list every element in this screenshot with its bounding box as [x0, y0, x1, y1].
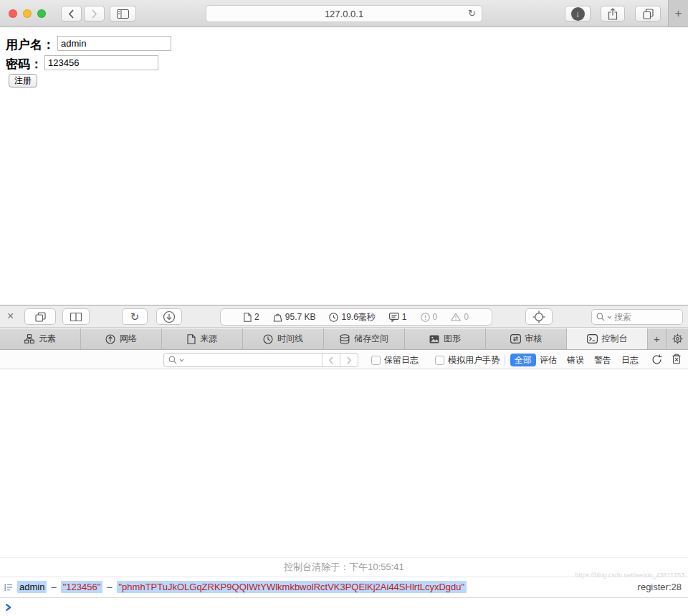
log-username: admin: [17, 581, 47, 593]
sidebar-toggle-button[interactable]: [110, 6, 136, 22]
scope-warnings[interactable]: 警告: [594, 354, 611, 366]
tab-graphics[interactable]: 图形: [405, 328, 486, 349]
inspector-settings-button[interactable]: [666, 328, 688, 349]
scope-all[interactable]: 全部: [510, 354, 536, 366]
password-label: 密码：: [6, 56, 42, 72]
share-button[interactable]: [601, 6, 625, 22]
safari-window: 127.0.0.1 ↻ ↓ + 用户名： 密码：: [0, 0, 688, 616]
browser-toolbar: 127.0.0.1 ↻ ↓ +: [0, 0, 688, 27]
console-icon: [587, 334, 598, 343]
tab-elements[interactable]: 元素: [0, 328, 81, 349]
scope-evaluations[interactable]: 评估: [540, 354, 557, 366]
console-search-input[interactable]: [186, 355, 317, 365]
tab-sources[interactable]: 来源: [162, 328, 243, 349]
preserve-log-checkbox[interactable]: [371, 356, 381, 365]
log-separator: –: [107, 582, 112, 592]
search-icon: [168, 356, 177, 364]
inspector-search-input[interactable]: [614, 312, 672, 322]
username-label: 用户名：: [6, 37, 54, 53]
chevron-down-icon: [607, 316, 612, 319]
console-prompt-input[interactable]: [16, 598, 688, 616]
export-button[interactable]: [156, 308, 182, 325]
log-icon: [4, 583, 13, 592]
speech-bubble-icon: [389, 313, 399, 322]
stat-warnings[interactable]: 0: [451, 312, 469, 322]
inspector-close-icon[interactable]: ×: [7, 309, 14, 323]
emulate-user-gesture-checkbox[interactable]: [435, 356, 444, 365]
plus-icon: +: [675, 6, 682, 21]
network-icon: [105, 334, 115, 344]
plus-icon: +: [654, 333, 660, 345]
find-previous-button[interactable]: [322, 354, 340, 366]
username-field[interactable]: [57, 36, 171, 51]
audit-icon: [510, 334, 521, 343]
password-field[interactable]: [44, 55, 158, 70]
inspector-reload-button[interactable]: ↻: [122, 308, 148, 325]
inspector-toolbar: × ↻: [0, 305, 688, 328]
clock-icon: [329, 313, 338, 322]
console-log-row[interactable]: admin – "123456" – "phmhTPTuJkOLGqZRKP9Q…: [0, 577, 688, 597]
storage-icon: [340, 334, 350, 344]
find-next-button[interactable]: [340, 354, 358, 366]
tab-timelines[interactable]: 时间线: [243, 328, 324, 349]
reload-icon: ↻: [130, 311, 140, 323]
elements-icon: [24, 334, 34, 343]
stat-resources[interactable]: 2: [244, 312, 259, 322]
add-tab-button[interactable]: +: [648, 328, 666, 349]
warning-triangle-icon: [451, 313, 461, 321]
url-text: 127.0.0.1: [325, 9, 363, 19]
scope-errors[interactable]: 错误: [567, 354, 584, 366]
stat-errors[interactable]: 0: [421, 312, 438, 322]
page-content: 用户名： 密码： 注册: [0, 28, 688, 305]
tab-storage[interactable]: 储存空间: [324, 328, 405, 349]
tab-overview-button[interactable]: [635, 6, 661, 22]
stat-transfer-size[interactable]: 95.7 KB: [273, 312, 316, 322]
chevron-left-icon: [68, 9, 75, 19]
sidebar-icon: [117, 9, 129, 19]
log-token: "phmhTPTuJkOLGqZRKP9QQIWtYWlkmkbwolRctVK…: [117, 581, 467, 593]
close-window-button[interactable]: [9, 9, 17, 18]
share-icon: [608, 8, 618, 20]
refresh-button[interactable]: [651, 354, 663, 366]
weight-icon: [273, 313, 282, 322]
console-search-field[interactable]: [164, 354, 322, 366]
forward-button[interactable]: [84, 6, 105, 22]
back-button[interactable]: [61, 6, 82, 22]
register-button[interactable]: 注册: [9, 74, 37, 87]
stat-logs[interactable]: 1: [389, 312, 407, 322]
document-icon: [244, 313, 252, 322]
log-source-location[interactable]: register:28: [638, 582, 682, 592]
tab-console[interactable]: 控制台: [567, 328, 648, 349]
new-tab-button[interactable]: +: [668, 0, 688, 27]
error-circle-icon: [421, 313, 430, 322]
element-picker-button[interactable]: [525, 308, 553, 325]
tabs-overview-icon: [643, 9, 654, 19]
minimize-window-button[interactable]: [23, 9, 32, 18]
download-icon: [163, 311, 176, 323]
inspector-tabbar: 元素 网络 来源 时间线: [0, 328, 688, 350]
preserve-log-option[interactable]: 保留日志: [371, 354, 419, 366]
tab-audit[interactable]: 审核: [486, 328, 567, 349]
resource-stats: 2 95.7 KB 19.6毫秒: [220, 308, 492, 326]
clear-console-button[interactable]: [672, 354, 682, 364]
dock-window-icon: [35, 312, 46, 322]
emulate-user-gesture-option[interactable]: 模拟用户手势: [435, 354, 500, 366]
console-prompt-row: [0, 597, 688, 616]
chevron-down-icon: [179, 359, 184, 362]
dock-to-window-button[interactable]: [24, 308, 56, 325]
divider: [505, 354, 505, 366]
tab-network[interactable]: 网络: [81, 328, 162, 349]
downloads-button[interactable]: ↓: [565, 6, 591, 22]
stat-load-time[interactable]: 19.6毫秒: [329, 311, 375, 323]
page-reload-icon[interactable]: ↻: [468, 8, 476, 19]
address-bar[interactable]: 127.0.0.1 ↻: [206, 5, 482, 22]
console-filter-bar: 保留日志 模拟用户手势 全部 评估 错误 警告 日志: [0, 351, 688, 369]
traffic-lights: [9, 9, 46, 18]
inspector-search-field[interactable]: [591, 309, 683, 325]
zoom-window-button[interactable]: [37, 9, 46, 18]
scope-logs[interactable]: 日志: [621, 354, 639, 366]
log-password: "123456": [61, 581, 103, 593]
dock-to-side-button[interactable]: [62, 308, 90, 325]
prompt-chevron-icon: [6, 604, 11, 611]
split-view-icon: [70, 313, 82, 321]
